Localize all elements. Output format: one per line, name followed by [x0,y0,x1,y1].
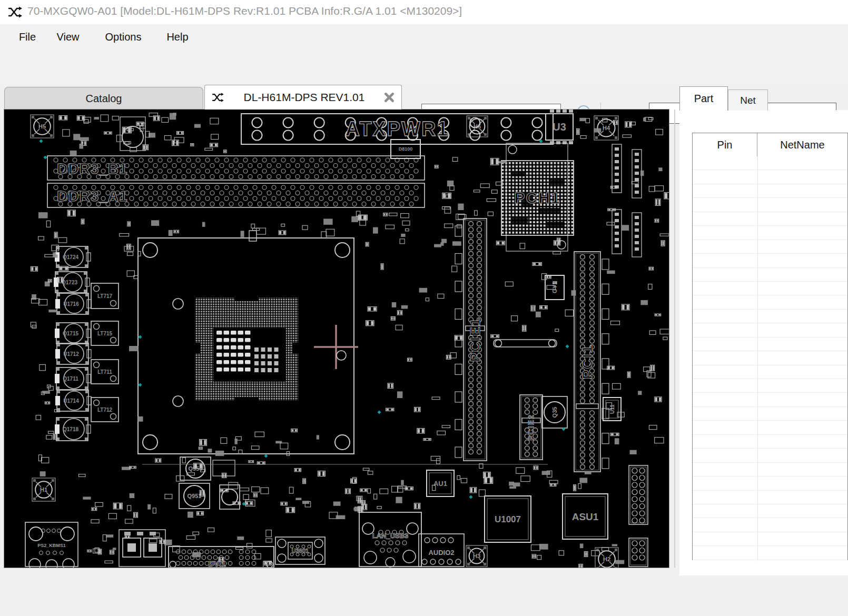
menu-file[interactable]: File [14,24,41,49]
svg-text:Q1711: Q1711 [63,376,78,382]
tab-part[interactable]: Part [679,86,728,111]
table-row[interactable] [693,295,847,309]
svg-text:PS2_KBMS1: PS2_KBMS1 [37,543,66,548]
tab-catalog[interactable]: Catalog [4,87,203,110]
panel-splitter[interactable] [674,110,675,568]
svg-text:LT717: LT717 [97,293,113,299]
table-row[interactable] [693,365,847,379]
table-row[interactable] [693,156,847,170]
table-header: Pin NetName [693,133,847,156]
svg-text:D8100: D8100 [399,146,413,152]
menu-help[interactable]: Help [162,24,193,49]
table-row[interactable] [693,532,847,546]
tab-net[interactable]: Net [728,90,768,111]
title-bar: 70-MXGQW0-A01 [Model:DL-H61M-DPS Rev:R1.… [0,0,848,24]
table-row[interactable] [693,240,847,254]
table-row[interactable] [693,226,847,240]
table-row[interactable] [693,476,847,490]
close-tab-icon[interactable] [383,92,395,103]
table-row[interactable] [693,435,847,449]
tab-document-label: DL-H61M-DPS REV1.01 [231,91,377,104]
svg-text:U3: U3 [553,121,566,133]
svg-text:LT712: LT712 [97,407,113,413]
column-header-netname[interactable]: NetName [757,133,847,156]
table-row[interactable] [693,337,847,351]
table-row[interactable] [693,184,847,198]
svg-text:LT711: LT711 [97,369,112,375]
app-shuffle-icon [7,6,23,18]
column-header-pin[interactable]: Pin [693,133,757,156]
table-row[interactable] [693,393,847,406]
svg-text:U3801: U3801 [292,548,309,554]
table-row[interactable] [693,254,847,267]
part-panel-body: Pin NetName [679,110,848,575]
svg-text:ATXPWR1: ATXPWR1 [346,118,449,140]
table-row[interactable] [693,310,847,323]
window-title: 70-MXGQW0-A01 [Model:DL-H61M-DPS Rev:R1.… [27,5,462,17]
svg-text:LT715: LT715 [97,331,113,336]
svg-text:PCIE2: PCIE2 [527,414,535,440]
toolbar: Top Bottom Parts: Nets: [0,49,848,84]
table-row[interactable] [693,491,847,504]
svg-text:Q1724: Q1724 [63,254,78,260]
svg-text:H2: H2 [603,556,610,562]
table-row[interactable] [693,504,847,518]
svg-text:H4: H4 [603,125,610,131]
table-row[interactable] [693,449,847,462]
pcb-top-view[interactable]: H5H6H4H1H3H2ATXPWR1DDR3_B1DDR3_A1PCH1U3D… [4,110,669,568]
board-shuffle-icon [211,92,225,103]
table-row[interactable] [693,282,847,295]
table-row[interactable] [693,407,847,421]
table-row[interactable] [693,323,847,337]
svg-text:Q35: Q35 [551,407,558,418]
svg-text:Q951: Q951 [188,493,202,499]
table-row[interactable] [693,351,847,365]
table-row[interactable] [693,198,847,212]
tab-net-label: Net [740,95,756,106]
svg-text:PCH1: PCH1 [514,189,560,206]
pin-net-table[interactable]: Pin NetName [692,133,848,560]
svg-text:H1: H1 [40,486,47,493]
table-row[interactable] [693,170,847,184]
svg-text:ASU1: ASU1 [572,511,599,522]
svg-text:H5: H5 [38,123,46,130]
tab-document[interactable]: DL-H61M-DPS REV1.01 [204,85,402,110]
table-row[interactable] [693,518,847,532]
svg-text:DDR3_A1: DDR3_A1 [57,188,128,204]
svg-text:LAN_USB3: LAN_USB3 [372,532,409,540]
svg-text:PCI1: PCI1 [579,344,595,379]
svg-text:Q1723: Q1723 [62,280,77,285]
table-row[interactable] [693,268,847,282]
table-rows[interactable] [693,156,847,561]
svg-text:Q1718: Q1718 [63,426,78,432]
svg-text:U1714: U1714 [63,398,79,404]
menu-view[interactable]: View [52,24,84,49]
table-row[interactable] [693,212,847,226]
table-row[interactable] [693,421,847,434]
svg-text:Q1715: Q1715 [63,331,78,336]
table-column-divider [757,156,758,561]
table-row[interactable] [693,463,847,476]
tab-part-label: Part [694,93,714,105]
svg-text:U1007: U1007 [495,514,521,524]
table-row[interactable] [693,546,847,560]
menu-bar: File View Options Help [0,24,848,49]
svg-text:U1712: U1712 [63,351,79,357]
board-canvas[interactable]: H5H6H4H1H3H2ATXPWR1DDR3_B1DDR3_A1PCH1U3D… [4,110,669,568]
menu-options[interactable]: Options [98,24,149,49]
tab-catalog-label: Catalog [86,93,122,105]
table-row[interactable] [693,379,847,393]
svg-text:DDR3_B1: DDR3_B1 [57,161,128,177]
svg-text:PCIE1: PCIE1 [467,317,483,362]
svg-text:U1716: U1716 [63,301,79,307]
svg-text:H3: H3 [473,553,480,559]
svg-text:AUDIO2: AUDIO2 [428,549,454,557]
